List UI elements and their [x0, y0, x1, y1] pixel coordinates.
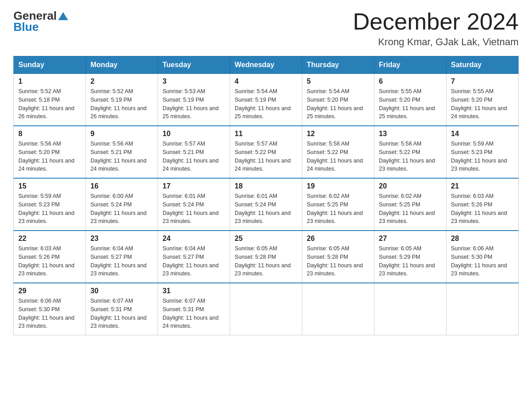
- day-info: Sunrise: 6:01 AMSunset: 5:24 PMDaylight:…: [235, 193, 291, 224]
- month-title: December 2024: [353, 9, 519, 34]
- calendar-week-row: 29 Sunrise: 6:06 AMSunset: 5:30 PMDaylig…: [14, 283, 519, 335]
- day-info: Sunrise: 6:06 AMSunset: 5:30 PMDaylight:…: [451, 245, 507, 277]
- day-number: 3: [163, 77, 225, 86]
- col-saturday: Saturday: [446, 56, 519, 74]
- day-number: 5: [307, 77, 369, 86]
- logo: General Blue: [13, 9, 68, 34]
- day-number: 7: [451, 77, 514, 86]
- day-number: 1: [18, 77, 81, 86]
- calendar-day-cell: 5 Sunrise: 5:54 AMSunset: 5:20 PMDayligh…: [302, 74, 374, 126]
- day-number: 31: [163, 287, 225, 295]
- calendar-day-cell: [230, 283, 302, 335]
- calendar-table: Sunday Monday Tuesday Wednesday Thursday…: [13, 56, 519, 335]
- day-number: 9: [90, 130, 153, 138]
- day-number: 18: [235, 182, 297, 190]
- day-info: Sunrise: 6:03 AMSunset: 5:26 PMDaylight:…: [451, 193, 507, 224]
- col-tuesday: Tuesday: [158, 56, 230, 74]
- day-number: 11: [235, 130, 297, 138]
- day-info: Sunrise: 5:52 AMSunset: 5:18 PMDaylight:…: [18, 88, 74, 120]
- day-number: 16: [90, 182, 153, 190]
- day-number: 19: [307, 182, 369, 190]
- day-number: 29: [18, 287, 81, 295]
- day-number: 6: [379, 77, 442, 86]
- day-info: Sunrise: 5:58 AMSunset: 5:22 PMDaylight:…: [379, 141, 435, 172]
- day-number: 2: [90, 77, 153, 86]
- calendar-day-cell: 4 Sunrise: 5:54 AMSunset: 5:19 PMDayligh…: [230, 74, 302, 126]
- logo-triangle-icon: [58, 11, 68, 21]
- calendar-day-cell: 28 Sunrise: 6:06 AMSunset: 5:30 PMDaylig…: [446, 231, 519, 283]
- calendar-day-cell: [302, 283, 374, 335]
- day-number: 25: [235, 235, 297, 243]
- calendar-day-cell: 29 Sunrise: 6:06 AMSunset: 5:30 PMDaylig…: [14, 283, 86, 335]
- day-number: 23: [90, 235, 153, 243]
- calendar-day-cell: 17 Sunrise: 6:01 AMSunset: 5:24 PMDaylig…: [158, 178, 230, 231]
- day-number: 10: [163, 130, 225, 138]
- day-info: Sunrise: 6:06 AMSunset: 5:30 PMDaylight:…: [18, 298, 74, 329]
- calendar-day-cell: [446, 283, 519, 335]
- location-title: Krong Kmar, GJak Lak, Vietnam: [353, 36, 519, 48]
- day-info: Sunrise: 6:02 AMSunset: 5:25 PMDaylight:…: [307, 193, 363, 224]
- calendar-day-cell: 21 Sunrise: 6:03 AMSunset: 5:26 PMDaylig…: [446, 178, 519, 231]
- calendar-day-cell: 8 Sunrise: 5:56 AMSunset: 5:20 PMDayligh…: [14, 126, 86, 178]
- calendar-day-cell: 1 Sunrise: 5:52 AMSunset: 5:18 PMDayligh…: [14, 74, 86, 126]
- day-info: Sunrise: 5:59 AMSunset: 5:23 PMDaylight:…: [18, 193, 74, 224]
- col-wednesday: Wednesday: [230, 56, 302, 74]
- svg-marker-0: [58, 12, 68, 20]
- day-info: Sunrise: 6:03 AMSunset: 5:26 PMDaylight:…: [18, 245, 74, 277]
- day-number: 14: [451, 130, 514, 138]
- day-info: Sunrise: 5:55 AMSunset: 5:20 PMDaylight:…: [451, 88, 507, 120]
- day-info: Sunrise: 5:55 AMSunset: 5:20 PMDaylight:…: [379, 88, 435, 120]
- calendar-day-cell: [374, 283, 446, 335]
- day-info: Sunrise: 5:53 AMSunset: 5:19 PMDaylight:…: [163, 88, 219, 120]
- day-info: Sunrise: 5:56 AMSunset: 5:20 PMDaylight:…: [18, 141, 74, 172]
- day-info: Sunrise: 6:04 AMSunset: 5:27 PMDaylight:…: [90, 245, 146, 277]
- col-sunday: Sunday: [14, 56, 86, 74]
- calendar-day-cell: 12 Sunrise: 5:58 AMSunset: 5:22 PMDaylig…: [302, 126, 374, 178]
- day-info: Sunrise: 6:00 AMSunset: 5:24 PMDaylight:…: [90, 193, 146, 224]
- page-header: General Blue December 2024 Krong Kmar, G…: [13, 9, 519, 48]
- day-info: Sunrise: 6:07 AMSunset: 5:31 PMDaylight:…: [90, 298, 146, 329]
- day-info: Sunrise: 5:57 AMSunset: 5:21 PMDaylight:…: [163, 141, 219, 172]
- day-info: Sunrise: 6:05 AMSunset: 5:28 PMDaylight:…: [235, 245, 291, 277]
- calendar-day-cell: 18 Sunrise: 6:01 AMSunset: 5:24 PMDaylig…: [230, 178, 302, 231]
- calendar-day-cell: 25 Sunrise: 6:05 AMSunset: 5:28 PMDaylig…: [230, 231, 302, 283]
- day-number: 21: [451, 182, 514, 190]
- day-info: Sunrise: 6:07 AMSunset: 5:31 PMDaylight:…: [163, 298, 219, 329]
- day-info: Sunrise: 5:59 AMSunset: 5:23 PMDaylight:…: [451, 141, 507, 172]
- calendar-day-cell: 20 Sunrise: 6:02 AMSunset: 5:25 PMDaylig…: [374, 178, 446, 231]
- day-info: Sunrise: 5:56 AMSunset: 5:21 PMDaylight:…: [90, 141, 146, 172]
- day-info: Sunrise: 6:05 AMSunset: 5:28 PMDaylight:…: [307, 245, 363, 277]
- calendar-day-cell: 14 Sunrise: 5:59 AMSunset: 5:23 PMDaylig…: [446, 126, 519, 178]
- calendar-day-cell: 6 Sunrise: 5:55 AMSunset: 5:20 PMDayligh…: [374, 74, 446, 126]
- day-info: Sunrise: 5:54 AMSunset: 5:20 PMDaylight:…: [307, 88, 363, 120]
- calendar-day-cell: 26 Sunrise: 6:05 AMSunset: 5:28 PMDaylig…: [302, 231, 374, 283]
- calendar-day-cell: 23 Sunrise: 6:04 AMSunset: 5:27 PMDaylig…: [86, 231, 158, 283]
- day-info: Sunrise: 5:54 AMSunset: 5:19 PMDaylight:…: [235, 88, 291, 120]
- day-number: 15: [18, 182, 81, 190]
- day-number: 12: [307, 130, 369, 138]
- calendar-week-row: 22 Sunrise: 6:03 AMSunset: 5:26 PMDaylig…: [14, 231, 519, 283]
- calendar-day-cell: 13 Sunrise: 5:58 AMSunset: 5:22 PMDaylig…: [374, 126, 446, 178]
- day-number: 27: [379, 235, 442, 243]
- calendar-day-cell: 3 Sunrise: 5:53 AMSunset: 5:19 PMDayligh…: [158, 74, 230, 126]
- calendar-day-cell: 7 Sunrise: 5:55 AMSunset: 5:20 PMDayligh…: [446, 74, 519, 126]
- col-monday: Monday: [86, 56, 158, 74]
- day-number: 8: [18, 130, 81, 138]
- calendar-week-row: 15 Sunrise: 5:59 AMSunset: 5:23 PMDaylig…: [14, 178, 519, 231]
- day-number: 28: [451, 235, 514, 243]
- col-friday: Friday: [374, 56, 446, 74]
- calendar-day-cell: 19 Sunrise: 6:02 AMSunset: 5:25 PMDaylig…: [302, 178, 374, 231]
- day-number: 13: [379, 130, 442, 138]
- day-info: Sunrise: 6:05 AMSunset: 5:29 PMDaylight:…: [379, 245, 435, 277]
- calendar-header-row: Sunday Monday Tuesday Wednesday Thursday…: [14, 56, 519, 74]
- calendar-day-cell: 31 Sunrise: 6:07 AMSunset: 5:31 PMDaylig…: [158, 283, 230, 335]
- col-thursday: Thursday: [302, 56, 374, 74]
- calendar-day-cell: 16 Sunrise: 6:00 AMSunset: 5:24 PMDaylig…: [86, 178, 158, 231]
- day-number: 26: [307, 235, 369, 243]
- calendar-day-cell: 22 Sunrise: 6:03 AMSunset: 5:26 PMDaylig…: [14, 231, 86, 283]
- calendar-day-cell: 30 Sunrise: 6:07 AMSunset: 5:31 PMDaylig…: [86, 283, 158, 335]
- calendar-day-cell: 2 Sunrise: 5:52 AMSunset: 5:19 PMDayligh…: [86, 74, 158, 126]
- day-number: 4: [235, 77, 297, 86]
- calendar-week-row: 8 Sunrise: 5:56 AMSunset: 5:20 PMDayligh…: [14, 126, 519, 178]
- day-info: Sunrise: 5:52 AMSunset: 5:19 PMDaylight:…: [90, 88, 146, 120]
